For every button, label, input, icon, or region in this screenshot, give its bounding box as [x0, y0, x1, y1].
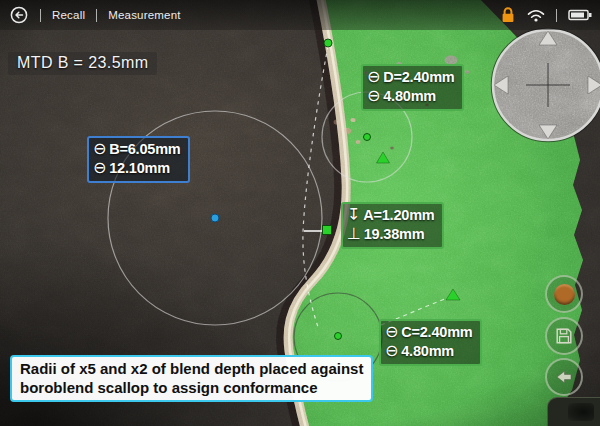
circle-measure-icon: ⊖: [385, 324, 398, 340]
record-dot-icon: [554, 284, 575, 305]
depth-reference-line: [303, 46, 328, 330]
circle-measure-icon: ⊖: [367, 69, 380, 85]
divider: [40, 9, 41, 22]
circle-measure-icon: ⊖: [93, 160, 106, 176]
divider: [96, 9, 97, 22]
divider: [556, 9, 557, 22]
back-button[interactable]: [9, 5, 29, 25]
handle-c-triangle[interactable]: [446, 289, 460, 300]
measurement-a-secondary: 19.38mm: [364, 225, 425, 244]
recall-menu-item[interactable]: Recall: [52, 9, 85, 21]
measurement-b-value: B=6.05mm: [109, 140, 180, 159]
measurement-d-value: D=2.40mm: [383, 68, 454, 87]
measurement-d-diameter: 4.80mm: [383, 87, 436, 106]
wifi-icon: [527, 9, 545, 22]
handle-d-triangle[interactable]: [377, 152, 390, 163]
mtd-label: MTD B = 23.5mm: [8, 52, 157, 75]
cursor-d-center[interactable]: [364, 134, 371, 141]
measurement-b-diameter: 12.10mm: [109, 159, 170, 178]
cursor-c-center[interactable]: [335, 333, 342, 340]
zoom-patch-window[interactable]: [488, 25, 600, 147]
top-bar: Recall Measurement: [0, 0, 600, 30]
videoscope-measurement-screen: Recall Measurement MTD B = 23.5mm: [0, 0, 600, 426]
measurement-box-b[interactable]: ⊖ B=6.05mm ⊖ 12.10mm: [87, 136, 190, 183]
battery-icon: [568, 8, 592, 22]
cursor-a-depth-point[interactable]: [323, 226, 332, 235]
measurement-menu-item[interactable]: Measurement: [108, 9, 181, 21]
save-button[interactable]: [545, 317, 583, 355]
annotation-note-line1: Radii of x5 and x2 of blend depth placed…: [20, 359, 363, 378]
record-button[interactable]: [545, 275, 583, 313]
lock-icon: [500, 6, 516, 24]
left-arrow-icon: [554, 367, 574, 387]
measurement-c-diameter: 4.80mm: [401, 342, 454, 361]
floppy-disk-icon: [554, 326, 574, 346]
measurement-a-value: A=1.20mm: [363, 206, 434, 225]
circle-measure-icon: ⊖: [93, 141, 106, 157]
annotation-note-line2: boroblend scallop to assign conformance: [20, 378, 363, 397]
back-navigation-button[interactable]: [545, 358, 583, 396]
measurement-c-value: C=2.40mm: [401, 323, 472, 342]
measurement-box-c[interactable]: ⊖ C=2.40mm ⊖ 4.80mm: [379, 319, 482, 366]
corner-menu-tab[interactable]: [547, 397, 600, 426]
circle-measure-icon: ⊖: [367, 88, 380, 104]
cursor-b-center[interactable]: [211, 214, 219, 222]
depth-icon: ↧: [347, 207, 360, 223]
cursor-a-reference[interactable]: [324, 39, 332, 47]
annotation-note[interactable]: Radii of x5 and x2 of blend depth placed…: [10, 355, 373, 402]
measurement-box-d[interactable]: ⊖ D=2.40mm ⊖ 4.80mm: [361, 64, 464, 111]
circle-measure-icon: ⊖: [385, 343, 398, 359]
measurement-box-a[interactable]: ↧ A=1.20mm ⊥ 19.38mm: [341, 202, 444, 249]
perpendicular-icon: ⊥: [347, 226, 361, 242]
